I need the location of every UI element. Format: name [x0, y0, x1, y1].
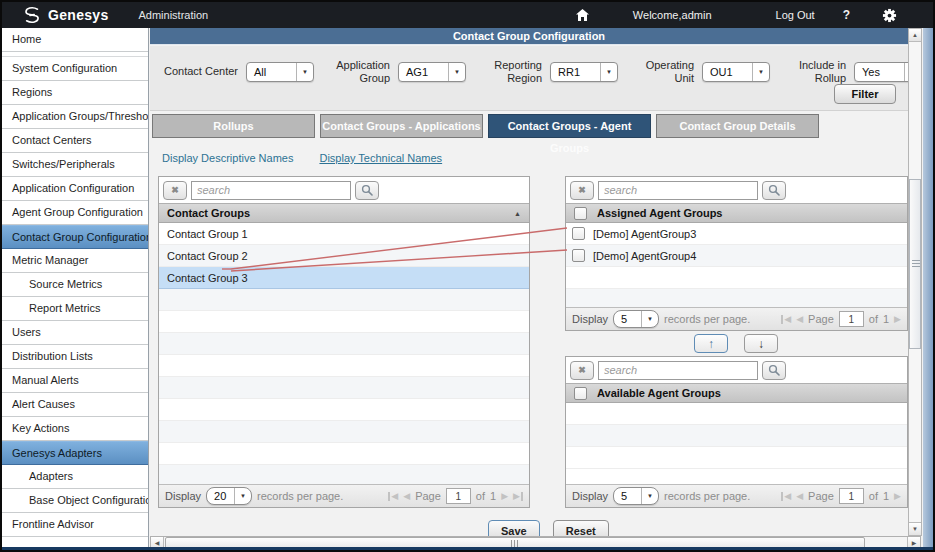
sidebar-item-contact-group-configuration[interactable]: Contact Group Configuration: [2, 225, 148, 249]
tab-contact-group-details[interactable]: Contact Group Details: [656, 114, 819, 138]
search-input[interactable]: [598, 181, 758, 200]
tab-contact-groups-agent-groups[interactable]: Contact Groups - Agent Groups: [488, 114, 651, 138]
per-page-dropdown[interactable]: 5▼: [613, 487, 659, 505]
tab-contact-groups-applications[interactable]: Contact Groups - Applications: [320, 114, 483, 138]
move-up-button[interactable]: ↑: [694, 334, 728, 353]
empty-row: [159, 333, 529, 355]
dropdown-value: Yes: [855, 66, 904, 78]
search-clear-button[interactable]: ✖: [570, 181, 594, 200]
next-page-button[interactable]: ▶: [501, 492, 508, 501]
per-page-dropdown[interactable]: 20▼: [206, 487, 252, 505]
agent-group-row[interactable]: [Demo] AgentGroup3: [566, 223, 907, 245]
pager-label: of: [869, 490, 878, 502]
tab-rollups[interactable]: Rollups: [152, 114, 315, 138]
sidebar-item-manual-alerts[interactable]: Manual Alerts: [2, 369, 148, 393]
scroll-down-button[interactable]: ▼: [909, 522, 921, 535]
next-page-button[interactable]: ▶: [894, 492, 901, 501]
checkbox[interactable]: [572, 249, 585, 262]
dropdown-value: AG1: [399, 66, 448, 78]
reset-button[interactable]: Reset: [553, 520, 609, 536]
save-button[interactable]: Save: [488, 520, 540, 536]
sidebar-item-switches-peripherals[interactable]: Switches/Peripherals: [2, 153, 148, 177]
sort-asc-icon[interactable]: ▲: [514, 210, 521, 217]
chevron-down-icon: ▼: [752, 63, 769, 81]
last-page-button[interactable]: ▶: [513, 492, 523, 501]
filter-button[interactable]: Filter: [834, 84, 896, 104]
search-input[interactable]: [191, 181, 351, 200]
sidebar-item-metric-manager[interactable]: Metric Manager: [2, 249, 148, 273]
first-page-button[interactable]: ◀: [781, 315, 791, 324]
logout-link[interactable]: Log Out: [776, 9, 815, 21]
search-clear-button[interactable]: ✖: [163, 181, 187, 200]
clear-icon: ✖: [171, 186, 179, 195]
page-total: 1: [490, 490, 496, 502]
panel-assigned-agent-groups: ✖ Assigned Agent Groups [Demo] AgentGrou…: [565, 176, 908, 331]
settings-button[interactable]: [882, 8, 897, 23]
contact-group-row[interactable]: Contact Group 2: [159, 245, 529, 267]
sidebar-item-adapters[interactable]: Adapters: [2, 465, 148, 489]
scroll-up-button[interactable]: ▲: [909, 29, 921, 42]
first-page-button[interactable]: ◀: [388, 492, 398, 501]
vertical-scrollbar-thumb[interactable]: [909, 179, 921, 349]
panel-contact-groups: ✖ Contact Groups ▲ Contact Group 1 Conta…: [158, 176, 530, 508]
welcome-text: Welcome,admin: [633, 9, 712, 21]
help-icon[interactable]: ?: [843, 8, 850, 22]
per-page-dropdown[interactable]: 5▼: [613, 310, 659, 328]
first-page-button[interactable]: ◀: [781, 492, 791, 501]
dropdown-value: OU1: [703, 66, 752, 78]
gear-icon: [882, 8, 897, 23]
sidebar-item-distribution-lists[interactable]: Distribution Lists: [2, 345, 148, 369]
page-input[interactable]: [839, 311, 864, 327]
prev-page-button[interactable]: ◀: [796, 315, 803, 324]
contact-center-dropdown[interactable]: All▼: [246, 62, 314, 82]
sidebar-item-genesys-adapters[interactable]: Genesys Adapters: [2, 441, 148, 465]
sidebar-item-base-object-configuration[interactable]: Base Object Configuration: [2, 489, 148, 513]
search-button[interactable]: [762, 361, 786, 380]
contact-group-row-selected[interactable]: Contact Group 3: [159, 267, 529, 289]
sidebar-item-report-metrics[interactable]: Report Metrics: [2, 297, 148, 321]
search-clear-button[interactable]: ✖: [570, 361, 594, 380]
sidebar-item-home[interactable]: Home: [2, 28, 148, 52]
checkbox[interactable]: [572, 227, 585, 240]
sidebar-item-system-configuration[interactable]: System Configuration: [2, 57, 148, 81]
search-button[interactable]: [355, 181, 379, 200]
sidebar-item-key-actions[interactable]: Key Actions: [2, 417, 148, 441]
contact-group-row[interactable]: Contact Group 1: [159, 223, 529, 245]
search-button[interactable]: [762, 181, 786, 200]
page-input[interactable]: [839, 488, 864, 504]
prev-page-button[interactable]: ◀: [403, 492, 410, 501]
application-group-dropdown[interactable]: AG1▼: [398, 62, 466, 82]
link-display-technical-names[interactable]: Display Technical Names: [319, 152, 442, 164]
empty-row: [566, 403, 907, 425]
vertical-scrollbar[interactable]: ▲ ▼: [908, 28, 922, 536]
search-input[interactable]: [598, 361, 758, 380]
down-arrow-icon: ↓: [758, 337, 764, 351]
sidebar-item-application-groups-thresholds[interactable]: Application Groups/Thresholds: [2, 105, 148, 129]
next-page-button[interactable]: ▶: [894, 315, 901, 324]
search-icon: [361, 184, 373, 196]
contact-groups-header[interactable]: Contact Groups ▲: [159, 203, 529, 223]
window-bottom-frame: [2, 547, 933, 550]
sidebar-item-source-metrics[interactable]: Source Metrics: [2, 273, 148, 297]
home-button[interactable]: [576, 9, 589, 21]
sidebar-item-alert-causes[interactable]: Alert Causes: [2, 393, 148, 417]
move-down-button[interactable]: ↓: [744, 334, 778, 353]
select-all-checkbox[interactable]: [574, 207, 587, 220]
sidebar-item-regions[interactable]: Regions: [2, 81, 148, 105]
sidebar-item-application-configuration[interactable]: Application Configuration: [2, 177, 148, 201]
link-display-descriptive-names[interactable]: Display Descriptive Names: [162, 152, 293, 164]
sidebar-item-frontline-advisor[interactable]: Frontline Advisor: [2, 513, 148, 537]
sidebar-item-contact-centers[interactable]: Contact Centers: [2, 129, 148, 153]
select-all-checkbox[interactable]: [574, 387, 587, 400]
sidebar-item-users[interactable]: Users: [2, 321, 148, 345]
include-in-rollup-dropdown[interactable]: Yes▼: [854, 62, 908, 82]
prev-page-button[interactable]: ◀: [796, 492, 803, 501]
reporting-region-dropdown[interactable]: RR1▼: [550, 62, 618, 82]
operating-unit-dropdown[interactable]: OU1▼: [702, 62, 770, 82]
assigned-agent-groups-header-label: Assigned Agent Groups: [597, 207, 723, 219]
sidebar-item-agent-group-configuration[interactable]: Agent Group Configuration: [2, 201, 148, 225]
agent-group-row[interactable]: [Demo] AgentGroup4: [566, 245, 907, 267]
pager-label: of: [476, 490, 485, 502]
genesys-logo[interactable]: Genesys: [22, 6, 108, 24]
page-input[interactable]: [446, 488, 471, 504]
